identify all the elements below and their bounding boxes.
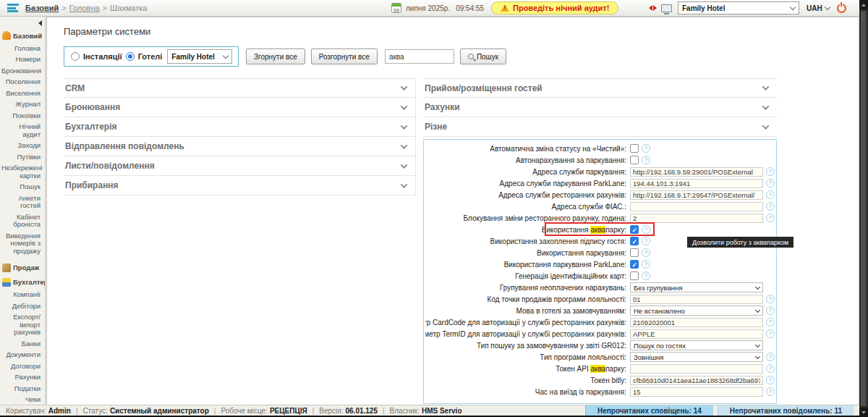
sidebar-section-0[interactable]: Базовий [0, 28, 45, 42]
help-icon[interactable]: ? [642, 248, 650, 257]
setting-select[interactable]: Пошук по гостях [630, 340, 763, 350]
setting-checkbox[interactable] [630, 237, 639, 245]
menu-icon[interactable] [7, 4, 19, 12]
scrollbar-thumb[interactable] [860, 10, 867, 407]
help-icon[interactable]: ? [766, 376, 775, 384]
help-icon[interactable]: ? [766, 202, 775, 211]
help-icon[interactable]: ? [766, 306, 775, 315]
sidebar-item[interactable]: Чеки [0, 395, 42, 406]
setting-checkbox[interactable] [630, 225, 639, 234]
sidebar-item[interactable]: Виселення [0, 88, 42, 99]
sidebar-item[interactable]: Компанії [0, 290, 42, 301]
help-icon[interactable]: ? [766, 190, 775, 199]
search-button[interactable]: Пошук [460, 49, 506, 64]
help-icon[interactable]: ? [642, 225, 650, 234]
help-icon[interactable]: ? [766, 353, 775, 361]
sidebar-item[interactable]: Банки [0, 338, 42, 350]
sidebar-item[interactable]: Незбережені картки [0, 163, 42, 182]
setting-text-field[interactable] [630, 167, 763, 177]
help-icon[interactable]: ? [766, 387, 775, 396]
sidebar-item[interactable]: Бронювання [0, 65, 42, 77]
setting-checkbox[interactable] [630, 156, 639, 164]
scroll-up-icon[interactable] [859, 0, 868, 9]
sidebar-item[interactable]: Податки [0, 383, 42, 395]
help-icon[interactable]: ? [642, 156, 650, 164]
calendar-icon[interactable]: 09 [391, 3, 401, 13]
sidebar-item[interactable]: Заходи [0, 140, 42, 152]
sidebar-item[interactable]: Покоївки [0, 110, 42, 122]
hotels-radio[interactable] [126, 52, 135, 61]
accordion-header[interactable]: Бронювання [64, 98, 415, 117]
power-icon[interactable] [837, 4, 846, 13]
sidebar-item[interactable]: Кабінет броніста [0, 211, 42, 230]
sidebar-item[interactable]: Документи [0, 350, 42, 361]
swap-arrows-icon[interactable] [649, 5, 657, 11]
setting-text-field[interactable] [630, 295, 763, 304]
sidebar-item[interactable]: Поселення [0, 77, 42, 88]
help-icon[interactable]: ? [642, 237, 650, 245]
search-input[interactable] [385, 49, 454, 64]
setting-text-field[interactable] [630, 179, 763, 188]
sidebar-item[interactable]: Журнал [0, 99, 42, 111]
setting-text-field[interactable] [630, 329, 763, 339]
filter-hotel-select[interactable]: Family Hotel [167, 49, 232, 64]
setting-checkbox[interactable] [630, 248, 639, 257]
accordion-header[interactable]: Бухгалтерія [64, 117, 415, 137]
help-icon[interactable]: ? [766, 318, 775, 327]
setting-select[interactable]: Без групування [630, 282, 763, 292]
help-icon[interactable]: ? [766, 167, 775, 176]
breadcrumb-root[interactable]: Базовий [25, 4, 59, 12]
unread-messages-badge[interactable]: Непрочитаних повідомлень: 11 [718, 405, 854, 416]
sidebar-item[interactable]: Договори [0, 361, 42, 372]
breadcrumb-section[interactable]: Головна [69, 4, 100, 12]
currency-select[interactable]: UAH [804, 1, 833, 14]
accordion-header[interactable]: Рахунки [423, 98, 777, 117]
accordion-header[interactable]: CRM [64, 78, 415, 98]
unread-notifications-badge[interactable]: Непрочитаних сповіщень: 14 [585, 405, 713, 416]
help-icon[interactable]: ? [766, 364, 775, 373]
help-icon[interactable]: ? [642, 271, 650, 280]
sidebar-item[interactable]: Номери [0, 54, 42, 66]
setting-text-field[interactable] [630, 190, 763, 200]
workstation-icon[interactable] [661, 4, 672, 12]
setting-checkbox[interactable] [630, 271, 639, 280]
setting-text-field[interactable] [630, 318, 763, 327]
accordion-header[interactable]: Прийом/розміщення гостей [423, 78, 777, 98]
sidebar-item[interactable]: Анкети гостей [0, 193, 42, 211]
setting-text-field[interactable] [630, 214, 763, 223]
help-icon[interactable]: ? [766, 214, 775, 222]
accordion-header[interactable]: Прибирання [64, 176, 415, 195]
sidebar-section-1[interactable]: Продаж [0, 260, 45, 274]
help-icon[interactable]: ? [766, 295, 775, 303]
setting-select[interactable]: Не встановлено [630, 306, 763, 316]
sidebar-item[interactable]: Путівки [0, 151, 42, 163]
setting-checkbox[interactable] [630, 144, 639, 153]
help-icon[interactable]: ? [766, 179, 775, 188]
sidebar-section-2[interactable]: Бухгалтерія [0, 274, 45, 289]
hotel-select[interactable]: Family Hotel [678, 1, 799, 14]
setting-text-field[interactable] [630, 376, 763, 385]
sidebar-item[interactable]: Дебітори [0, 300, 42, 312]
help-icon[interactable]: ? [642, 260, 650, 269]
sidebar-item[interactable]: Пошук [0, 182, 42, 193]
setting-text-field[interactable] [630, 202, 763, 211]
accordion-header[interactable]: Різне [423, 117, 777, 137]
sidebar-collapse-icon[interactable] [38, 20, 42, 26]
expand-all-button[interactable]: Розгорнути все [311, 49, 378, 64]
night-audit-warning[interactable]: Проведіть нічний аудит! [491, 1, 618, 14]
sidebar-item[interactable]: Виведення номерів з продажу [0, 230, 42, 257]
setting-checkbox[interactable] [630, 260, 639, 269]
scroll-down-icon[interactable] [859, 408, 868, 417]
accordion-header[interactable]: Відправлення повідомлень [64, 137, 415, 156]
setting-text-field[interactable] [630, 364, 763, 374]
collapse-all-button[interactable]: Згорнути все [246, 49, 305, 64]
sidebar-item[interactable]: Рахунки [0, 372, 42, 384]
sidebar-item[interactable]: Головна [0, 43, 42, 54]
help-icon[interactable]: ? [766, 329, 775, 338]
setting-text-field[interactable] [630, 387, 763, 397]
help-icon[interactable]: ? [642, 144, 650, 153]
accordion-header[interactable]: Листи/повідомлення [64, 156, 415, 176]
sidebar-item[interactable]: Нічний аудит [0, 122, 42, 140]
setting-select[interactable]: Зовнішня [630, 352, 763, 362]
sidebar-item[interactable]: Експорт/Імпорт рахунків [0, 312, 42, 339]
